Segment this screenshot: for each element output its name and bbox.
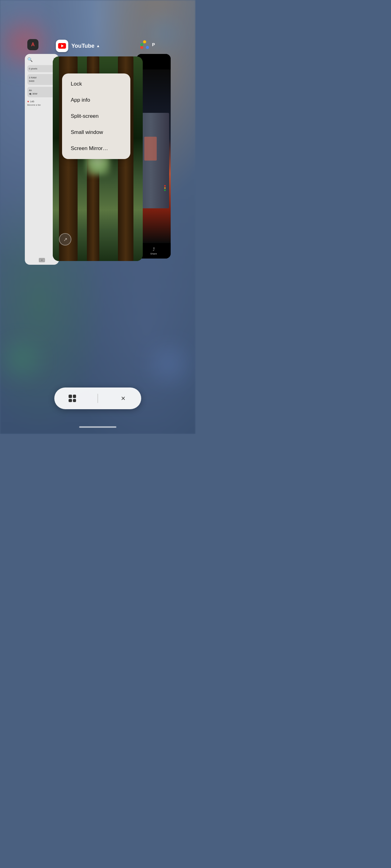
menu-item-app-info[interactable]: App info [62,92,130,108]
share-label: Share [150,252,157,255]
grid-icon [68,395,76,402]
home-indicator [79,426,116,428]
antutu-data-pixels: 0 pixels [27,65,56,72]
app-card-youtube[interactable]: YouTube ▲ Lock App info Split-screen Sma… [53,37,143,261]
bottom-bar-divider [97,394,98,403]
resize-icon: ↗ [63,237,67,242]
antutu-collapse-btn[interactable]: ▾ [39,258,45,262]
photos-title: P [152,42,155,47]
grid-cell-2 [73,395,76,398]
menu-item-small-window[interactable]: Small window [62,124,130,141]
antutu-arrow-list: › › › › › [27,110,56,139]
bg-blob-purple [155,350,183,378]
context-menu: Lock App info Split-screen Small window … [62,73,130,159]
antutu-likes-count: 145 [30,100,34,103]
youtube-app-icon [56,40,68,52]
dot-yellow [143,40,146,43]
antutu-data-ram: 3 RAM9400 [27,74,56,85]
heart-icon: ♥ [27,100,29,103]
youtube-screenshot[interactable]: Lock App info Split-screen Small window … [53,56,143,261]
traffic-lights [164,185,166,191]
antutu-likes-row: ♥ 145 [27,100,56,103]
traffic-light-yellow [164,187,166,189]
recents-container: A 🔍 ⋮ 0 pixels 3 RAM9400 Ah◀) 30W ♥ 145 … [0,37,196,265]
resize-rotate-button[interactable]: ↗ [59,233,72,246]
grid-cell-3 [68,399,72,402]
bottom-navigation-bar: × [54,388,141,409]
collapse-arrow-icon: ▾ [41,259,43,261]
dot-blue [146,46,149,49]
antutu-data-battery: Ah◀) 30W [27,87,56,97]
search-icon: 🔍 [27,57,33,62]
menu-item-screen-mirror[interactable]: Screen Mirror… [62,141,130,157]
bg-blob-green [9,347,34,372]
antutu-icon: A [27,39,38,50]
grid-cell-4 [73,399,76,402]
menu-item-lock[interactable]: Lock [62,76,130,92]
youtube-header: YouTube ▲ [53,37,143,55]
train-window [144,137,157,161]
menu-item-split-screen[interactable]: Split-screen [62,108,130,124]
become-fan-label: Become a fan [27,104,56,106]
train-body [138,113,169,208]
share-icon: ⤴ [153,247,155,252]
antutu-top-row: 🔍 ⋮ [27,57,56,62]
youtube-arrow-icon: ▲ [96,44,100,48]
close-all-button[interactable]: × [112,391,134,406]
recents-grid-button[interactable] [61,391,83,406]
close-x-icon: × [121,395,125,402]
traffic-light-green [164,189,166,191]
traffic-light-red [164,185,166,187]
grid-cell-1 [68,395,72,398]
youtube-title: YouTube ▲ [72,43,100,49]
